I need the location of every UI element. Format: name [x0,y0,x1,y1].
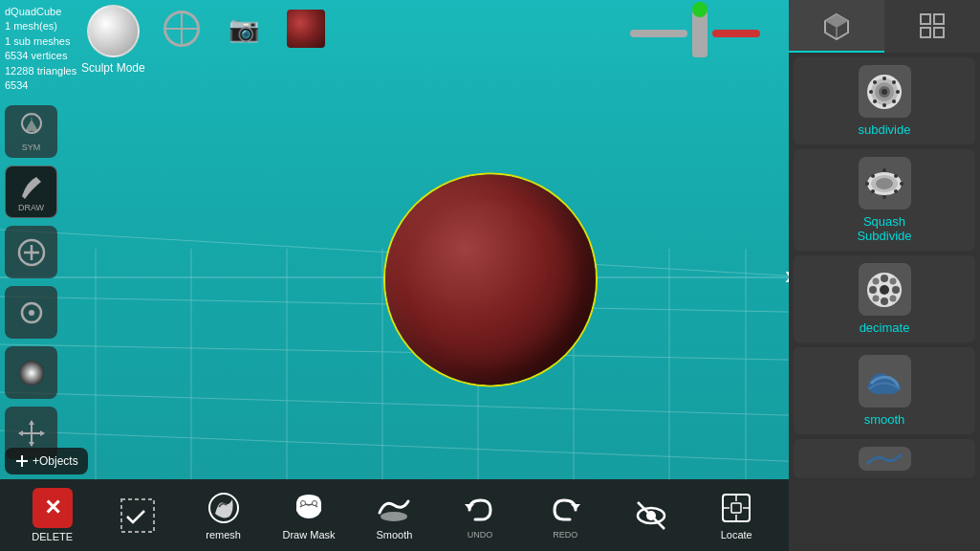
undo-label: UNDO [468,530,493,540]
left-sidebar: SYM DRAW [5,105,57,459]
svg-rect-35 [921,28,930,37]
remesh-icon [206,490,242,526]
sidebar-tool-grab[interactable] [5,286,57,339]
svg-marker-76 [465,504,474,510]
hide-button[interactable] [622,497,680,534]
svg-marker-31 [825,14,848,28]
svg-marker-24 [29,420,34,425]
panel-tool-extra[interactable] [794,439,975,478]
svg-point-74 [313,501,317,506]
svg-rect-33 [921,14,930,24]
panel-tool-decimate[interactable]: decimate [794,255,975,342]
mesh-value: 6534 [5,78,76,93]
svg-point-21 [19,361,44,386]
draw-icon [17,172,46,201]
texture-icon [17,359,46,387]
symmetry-icon [17,112,46,141]
svg-point-60 [871,189,875,193]
axis-pin-head [692,2,708,17]
delete-button[interactable]: ✕ DELETE [24,488,81,542]
axis-bar-gray [630,30,687,37]
sidebar-tool-add[interactable] [5,226,57,278]
svg-point-68 [890,295,897,301]
sidebar-tool-symmetry[interactable]: SYM [5,105,57,158]
svg-point-75 [381,512,407,521]
smooth-label: smooth [864,412,905,427]
panel-tab-cube[interactable] [789,0,884,53]
sculpt-mode-indicator: Sculpt Mode [81,5,145,75]
sculpt-sphere-icon [87,5,140,57]
draw-mask-icon [291,490,327,526]
redo-label: REDO [553,530,577,540]
delete-x-icon: ✕ [44,496,61,520]
squash-subdivide-label: SquashSubdivide [857,214,911,243]
subdivide-label: subdivide [859,122,911,137]
smooth-bottom-label: Smooth [377,529,413,540]
undo-button[interactable]: UNDO [451,491,509,540]
locate-label: Locate [721,529,752,540]
svg-point-59 [894,174,898,178]
svg-point-41 [882,89,887,95]
mesh-name: dQuadCube [5,5,76,19]
svg-point-20 [29,310,34,316]
svg-point-52 [876,178,893,189]
panel-tool-subdivide[interactable]: subdivide [794,57,975,144]
draw-label: DRAW [18,203,44,212]
3d-sphere[interactable] [385,174,596,385]
camera-icon: 📷 [229,14,259,44]
vertex-count: 6534 vertices [5,49,76,63]
hide-icon [633,497,669,534]
add-objects-button[interactable]: +Objects [5,448,88,474]
svg-point-57 [871,174,875,178]
redo-icon [547,491,583,527]
extra-tool-icon-box [859,447,911,471]
axis-bar-red [712,30,760,37]
svg-point-45 [896,90,900,94]
redo-button[interactable]: REDO [536,491,594,540]
decimate-icon [863,269,905,311]
svg-rect-36 [934,28,944,37]
sidebar-tool-draw[interactable]: DRAW [5,165,57,218]
svg-point-62 [880,285,889,295]
add-icon [17,238,46,267]
svg-point-67 [873,277,880,284]
svg-marker-25 [29,442,34,447]
panel-tabs [789,0,980,53]
top-center-icons: 📷 [163,10,325,48]
subdivide-icon-box [859,65,911,118]
remesh-button[interactable]: remesh [195,490,252,540]
decimate-icon-box [859,263,911,316]
svg-point-46 [873,80,877,84]
cube-view-icon [822,11,851,40]
mask-select-button[interactable] [109,497,166,534]
svg-point-47 [892,99,896,103]
svg-point-66 [892,286,900,294]
squash-subdivide-icon [863,163,905,205]
svg-rect-82 [731,503,741,513]
sculpt-mode-label: Sculpt Mode [81,61,145,75]
mask-select-icon [120,497,156,534]
svg-marker-77 [571,504,580,510]
squash-subdivide-icon-box [859,157,911,209]
svg-marker-27 [40,430,45,436]
decimate-label: decimate [860,320,910,335]
svg-rect-34 [934,14,944,24]
camera-icon-btn[interactable]: 📷 [225,10,263,48]
panel-tab-mesh[interactable] [884,0,980,53]
panel-tool-squash-subdivide[interactable]: SquashSubdivide [794,149,975,251]
right-panel: subdivide SquashSubdivide [789,0,980,551]
undo-icon [462,491,498,527]
svg-point-63 [881,275,888,282]
sidebar-tool-texture[interactable] [5,346,57,399]
globe-icon-btn[interactable] [163,10,201,48]
svg-marker-26 [18,430,23,436]
material-preview-btn[interactable] [287,10,325,48]
delete-icon-box: ✕ [33,488,73,528]
objects-label: +Objects [33,454,78,468]
tool-axis-widget [630,10,760,57]
locate-button[interactable]: Locate [708,490,765,540]
panel-tool-smooth[interactable]: smooth [794,347,975,434]
draw-mask-button[interactable]: Draw Mask [280,490,338,540]
smooth-bottom-button[interactable]: Smooth [365,490,423,540]
svg-point-64 [881,298,888,305]
